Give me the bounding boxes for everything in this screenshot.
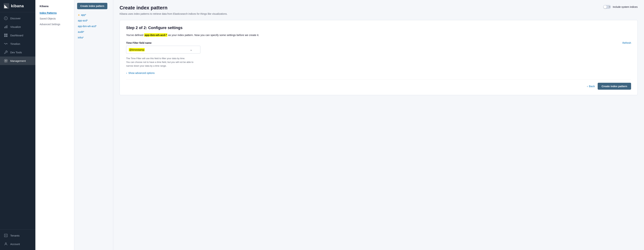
index-list: ★ app* app-acd* app-ibm-wh-acd* audit* i… (74, 12, 113, 40)
defined-pattern: app-ibm-wh-acd-* (144, 33, 168, 37)
page-header: Create index pattern Kibana uses index p… (120, 5, 638, 16)
card-footer: ‹ Back Create index pattern (126, 79, 631, 90)
index-list-item-app-ibm-wh-acd[interactable]: app-ibm-wh-acd* (74, 23, 113, 29)
defined-text-before: You've defined (126, 34, 144, 37)
svg-rect-7 (6, 26, 6, 28)
back-label: Back (589, 85, 595, 88)
index-list-item-audit-label: audit* (78, 31, 84, 33)
sidebar-item-tenants-label: Tenants (10, 234, 20, 237)
svg-point-13 (5, 60, 6, 61)
sidebar-item-discover[interactable]: Discover (0, 14, 35, 23)
back-button[interactable]: ‹ Back (587, 85, 595, 88)
svg-rect-17 (5, 236, 6, 236)
svg-rect-11 (4, 35, 6, 37)
sidebar-item-account-label: Account (10, 242, 20, 245)
sidebar-item-tenants[interactable]: Tenants (0, 231, 35, 240)
management-sidebar: Kibana Index Patterns Saved Objects Adva… (35, 0, 74, 250)
svg-rect-16 (6, 235, 6, 235)
sidebar-item-visualize-label: Visualize (10, 25, 21, 28)
sidebar-bottom: Tenants Account (0, 229, 35, 250)
star-icon: ★ (78, 14, 80, 16)
svg-rect-18 (6, 236, 6, 236)
create-index-pattern-button[interactable]: Create index pattern (598, 83, 631, 90)
sidebar-item-management[interactable]: Management (0, 57, 35, 65)
back-chevron-icon: ‹ (587, 85, 588, 88)
kibana-logo-icon (4, 3, 9, 9)
index-list-item-infra-label: infra* (78, 36, 84, 39)
svg-rect-6 (4, 27, 5, 28)
sidebar-nav: Discover Visualize Dashboard Timelion De… (0, 12, 35, 229)
index-list-item-infra[interactable]: infra* (74, 35, 113, 40)
left-sidebar: kibana Discover Visualize Dashboard Time… (0, 0, 35, 250)
page-title: Create index pattern (120, 5, 228, 11)
user-icon (4, 242, 8, 246)
svg-rect-9 (4, 34, 6, 35)
timestamp-select[interactable]: @timestamp ⌄ (126, 46, 200, 54)
step-card: Step 2 of 2: Configure settings You've d… (120, 20, 638, 95)
sidebar-item-devtools-label: Dev Tools (10, 51, 22, 54)
building-icon (4, 233, 8, 237)
defined-text: You've defined app-ibm-wh-acd-* as your … (126, 33, 631, 37)
svg-rect-10 (6, 34, 8, 35)
grid-icon (4, 33, 8, 37)
index-list-item-app-star[interactable]: ★ app* (74, 12, 113, 18)
step-title: Step 2 of 2: Configure settings (126, 26, 631, 30)
compass-icon (4, 16, 8, 20)
svg-rect-15 (5, 235, 6, 235)
mgmt-section-title: Kibana (35, 4, 74, 10)
create-index-pattern-top-button[interactable]: Create index pattern (77, 3, 107, 9)
chart-icon (4, 25, 8, 29)
sidebar-item-visualize[interactable]: Visualize (0, 23, 35, 31)
svg-point-19 (5, 243, 6, 244)
mgmt-item-index-patterns[interactable]: Index Patterns (35, 10, 74, 16)
select-wrapper: @timestamp ⌄ (126, 46, 200, 54)
sidebar-item-discover-label: Discover (10, 17, 20, 20)
sidebar-item-account[interactable]: Account (0, 240, 35, 248)
logo-text: kibana (11, 4, 24, 8)
sidebar-item-timelion[interactable]: Timelion (0, 40, 35, 48)
main-content: Create index pattern Kibana uses index p… (113, 0, 644, 250)
advanced-options-toggle[interactable]: › Show advanced options (126, 72, 631, 74)
mgmt-item-saved-objects[interactable]: Saved Objects (35, 16, 74, 22)
hint-line3: narrow down your data by a time range. (126, 64, 166, 67)
wave-icon (4, 42, 8, 46)
toggle-knob (604, 5, 607, 9)
index-list-item-app-ibm-wh-acd-label: app-ibm-wh-acd* (78, 25, 96, 28)
field-label-row: Time Filter field name Refresh (126, 42, 631, 44)
svg-rect-12 (6, 35, 8, 37)
sidebar-item-dashboard[interactable]: Dashboard (0, 31, 35, 40)
refresh-link[interactable]: Refresh (622, 42, 631, 44)
sidebar-item-timelion-label: Timelion (10, 42, 20, 45)
hint-line2: You can choose not to have a time field,… (126, 61, 193, 63)
svg-rect-14 (4, 234, 8, 237)
hint-text: The Time Filter will use this field to f… (126, 57, 631, 68)
index-list-item-app-acd-label: app-acd* (78, 19, 88, 22)
page-subtitle: Kibana uses index patterns to retrieve d… (120, 12, 228, 16)
include-system-toggle[interactable]: ✕ (603, 5, 611, 9)
defined-text-after: as your index pattern. Now you can speci… (167, 34, 259, 37)
include-system-toggle-area: ✕ Include system indices (603, 5, 638, 9)
chevron-down-icon: ⌄ (190, 48, 192, 52)
include-system-label: Include system indices (613, 6, 638, 8)
index-patterns-panel: Create index pattern ★ app* app-acd* app… (74, 0, 113, 250)
page-header-left: Create index pattern Kibana uses index p… (120, 5, 228, 16)
chevron-right-icon: › (126, 72, 127, 74)
index-list-item-audit[interactable]: audit* (74, 29, 113, 35)
timestamp-value: @timestamp (129, 48, 145, 51)
gear-icon (4, 59, 8, 63)
advanced-options-label: Show advanced options (128, 72, 155, 74)
sidebar-item-dashboard-label: Dashboard (10, 34, 23, 37)
svg-rect-8 (7, 25, 8, 28)
sidebar-item-management-label: Management (10, 59, 26, 62)
index-list-item-app-acd[interactable]: app-acd* (74, 18, 113, 23)
index-list-item-app-star-label: app* (81, 14, 86, 16)
mgmt-item-advanced-settings[interactable]: Advanced Settings (35, 22, 74, 27)
time-filter-label: Time Filter field name (126, 42, 152, 44)
hint-line1: The Time Filter will use this field to f… (126, 57, 185, 60)
logo-area: kibana (0, 0, 35, 12)
toggle-x-icon: ✕ (609, 6, 610, 8)
wrench-icon (4, 50, 8, 54)
sidebar-item-devtools[interactable]: Dev Tools (0, 48, 35, 57)
